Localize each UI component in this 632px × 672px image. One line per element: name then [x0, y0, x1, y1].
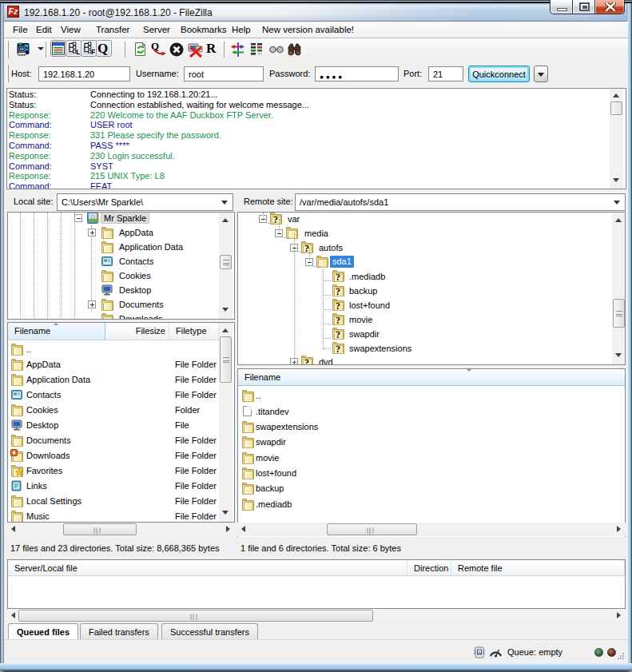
svg-text:F: F — [91, 48, 95, 55]
svg-text:L: L — [76, 48, 80, 55]
svg-text:A: A — [478, 650, 481, 655]
